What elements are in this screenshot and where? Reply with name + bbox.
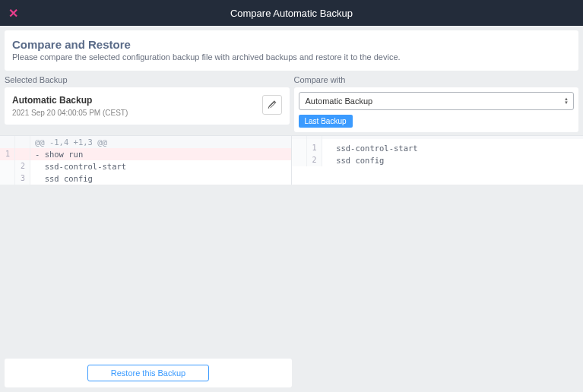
- diff-row-ctx: 2 ssd config: [292, 154, 584, 166]
- header-card: Compare and Restore Please compare the s…: [5, 30, 578, 71]
- diff-line-text: - show run: [30, 148, 291, 160]
- selected-backup-timestamp: 2021 Sep 20 04:00:05 PM (CEST): [12, 109, 128, 117]
- titlebar: ✕ Compare Automatic Backup: [0, 0, 583, 26]
- compare-select-value: Automatic Backup: [306, 96, 373, 106]
- pencil-icon: [268, 100, 277, 109]
- diff-gutter: 1: [0, 148, 15, 160]
- diff-left-pane: @@ -1,4 +1,3 @@1- show run2 ssd-control-…: [0, 136, 292, 185]
- selected-backup-card: Automatic Backup 2021 Sep 20 04:00:05 PM…: [5, 87, 290, 125]
- diff-gutter: [15, 148, 30, 160]
- diff-row-ctx: 2 ssd-control-start: [0, 160, 291, 172]
- diff-line-text: ssd-control-start: [30, 160, 291, 172]
- diff-viewer: @@ -1,4 +1,3 @@1- show run2 ssd-control-…: [0, 135, 583, 185]
- compare-card: Automatic Backup ▲▼ Last Backup: [294, 87, 579, 132]
- last-backup-chip[interactable]: Last Backup: [299, 115, 353, 128]
- selected-label: Selected Backup: [5, 75, 290, 84]
- diff-row-ctx: 3 ssd config: [0, 172, 291, 185]
- compare-label: Compare with: [294, 75, 579, 84]
- selected-column: Selected Backup Automatic Backup 2021 Se…: [5, 75, 290, 132]
- diff-gutter: 2: [15, 160, 30, 172]
- page-subtitle: Please compare the selected configuratio…: [12, 52, 571, 62]
- diff-gutter: [0, 172, 15, 185]
- diff-line-text: ssd config: [30, 172, 291, 185]
- diff-gutter: [292, 154, 307, 166]
- diff-row-hunk: @@ -1,4 +1,3 @@: [0, 136, 291, 148]
- diff-gutter: 2: [307, 154, 322, 166]
- compare-select[interactable]: Automatic Backup ▲▼: [299, 92, 575, 110]
- footer-card: Restore this Backup: [5, 359, 292, 387]
- edit-selected-button[interactable]: [262, 95, 282, 115]
- window-title: Compare Automatic Backup: [0, 8, 583, 19]
- diff-gutter: [0, 136, 15, 148]
- diff-gutter: 3: [15, 172, 30, 185]
- diff-line-text: @@ -1,4 +1,3 @@: [30, 136, 291, 148]
- close-button[interactable]: ✕: [3, 3, 23, 23]
- compare-column: Compare with Automatic Backup ▲▼ Last Ba…: [294, 75, 579, 132]
- select-caret-icon: ▲▼: [564, 97, 569, 105]
- diff-line-text: ssd-control-start: [322, 142, 584, 154]
- body-row: Selected Backup Automatic Backup 2021 Se…: [0, 71, 583, 132]
- restore-button[interactable]: Restore this Backup: [87, 365, 209, 381]
- page-title: Compare and Restore: [12, 38, 571, 51]
- diff-row-ctx: 1 ssd-control-start: [292, 142, 584, 154]
- diff-gutter: 1: [307, 142, 322, 154]
- diff-row-del: 1- show run: [0, 148, 291, 160]
- close-icon: ✕: [8, 6, 18, 21]
- diff-gutter: [15, 136, 30, 148]
- diff-gutter: [0, 160, 15, 172]
- diff-right-pane: 1 ssd-control-start2 ssd config: [292, 136, 584, 185]
- diff-line-text: ssd config: [322, 154, 584, 166]
- selected-backup-name: Automatic Backup: [12, 95, 128, 106]
- diff-gutter: [292, 142, 307, 154]
